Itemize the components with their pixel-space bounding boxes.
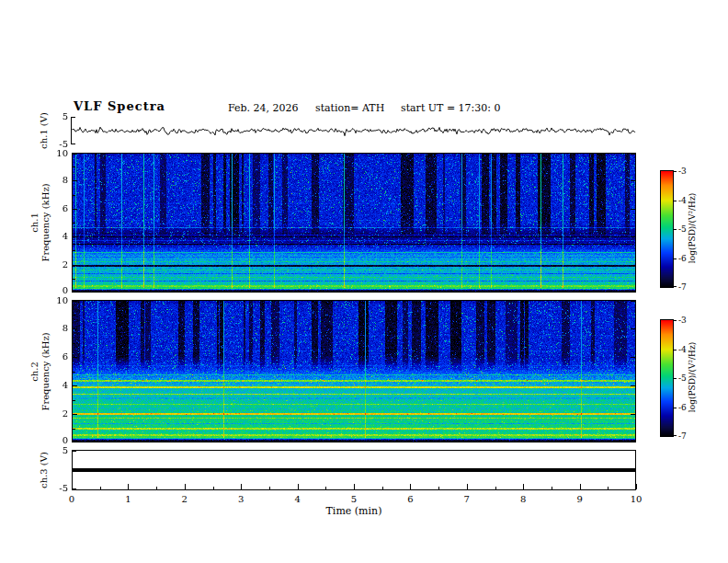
axis-tick [382,487,383,489]
axis-tick [156,487,157,489]
axis-tick [73,180,77,181]
axis-tick [631,441,635,442]
tick-label: 7 [456,495,478,504]
axis-tick [636,484,637,489]
ch1-spectrogram-panel [72,153,636,293]
tick-label: 0 [46,286,68,295]
axis-tick [73,291,77,292]
tick-label: -3 [678,167,697,176]
axis-tick [73,209,77,210]
axis-tick [631,236,635,237]
axis-tick [552,487,552,489]
axis-tick [269,487,270,489]
tick-label: -6 [678,255,697,263]
axis-tick [674,320,677,321]
tick-label: 5 [46,446,68,455]
axis-tick [73,343,75,344]
axis-tick [73,195,75,196]
ch1-axis-label-line1: ch.1 [29,167,40,278]
axis-line [71,117,72,144]
axis-tick [674,378,677,379]
tick-label: 2 [46,409,68,419]
axis-tick [674,408,677,408]
axis-tick [674,435,677,436]
axis-tick [73,400,75,401]
axis-tick [73,223,75,224]
axis-tick [631,414,635,415]
tick-label: 10 [625,495,647,504]
tick-label: 4 [46,232,68,241]
colorbar-1 [660,170,674,288]
tick-label: -3 [678,316,697,325]
tick-label: 0 [46,436,68,445]
axis-tick [73,451,76,452]
axis-tick [631,328,635,329]
axis-tick [73,315,75,316]
axis-tick [241,484,242,489]
axis-tick [674,259,677,259]
tick-label: -7 [678,283,697,292]
ch1-waveform-canvas [72,117,636,144]
axis-tick [73,301,77,302]
axis-tick [354,484,355,489]
axis-tick [631,209,635,210]
axis-tick [674,350,677,350]
tick-label: 6 [46,352,68,362]
axis-tick [495,487,496,489]
tick-label: 6 [399,495,421,504]
axis-tick [438,487,439,489]
time-axis-label: Time (min) [299,505,409,517]
axis-tick [674,229,677,230]
axis-tick [213,487,214,489]
tick-label: 1 [117,495,139,504]
ch1-waveform-panel [72,117,636,144]
axis-tick [73,279,75,280]
axis-tick [523,484,524,489]
tick-label: 4 [46,381,68,390]
axis-tick [73,154,77,155]
tick-label: 0 [61,495,83,504]
tick-label: 6 [46,204,68,213]
axis-tick [73,385,77,386]
vlf-spectra-figure: VLF Spectra Feb. 24, 2026 station= ATH s… [0,0,728,563]
colorbar-2-gradient [661,320,673,436]
axis-tick [631,301,635,302]
axis-tick [128,484,129,489]
tick-label: 9 [569,495,591,504]
axis-tick [674,286,677,287]
axis-tick [73,429,75,430]
axis-tick [73,372,75,373]
tick-label: 10 [46,149,68,158]
axis-tick [73,414,77,415]
axis-tick [73,265,77,266]
tick-label: -5 [46,484,68,493]
axis-tick [73,167,75,167]
axis-tick [631,265,635,266]
tick-label: -5 [678,225,697,234]
axis-tick [631,291,635,292]
tick-label: 2 [174,495,196,504]
tick-label: -6 [678,404,697,412]
tick-label: 5 [46,112,68,121]
axis-tick [580,484,581,489]
axis-tick [73,236,77,237]
tick-label: -4 [678,197,697,205]
axis-tick [73,328,77,329]
axis-tick [674,201,677,201]
tick-label: 10 [46,296,68,305]
axis-tick [73,357,77,358]
axis-tick [674,171,677,172]
axis-tick [608,487,609,489]
header-station: station= ATH [315,102,384,114]
axis-tick [185,484,186,489]
tick-label: 8 [46,324,68,333]
colorbar-1-gradient [661,171,673,287]
colorbar-2 [660,319,674,437]
ch2-spectrogram-canvas [73,301,635,442]
axis-tick [467,484,468,489]
axis-tick [73,250,75,251]
ch2-spectrogram-panel [72,300,636,442]
axis-tick [73,488,76,489]
ch1-spectrogram-canvas [73,154,635,292]
tick-label: 4 [287,495,309,504]
